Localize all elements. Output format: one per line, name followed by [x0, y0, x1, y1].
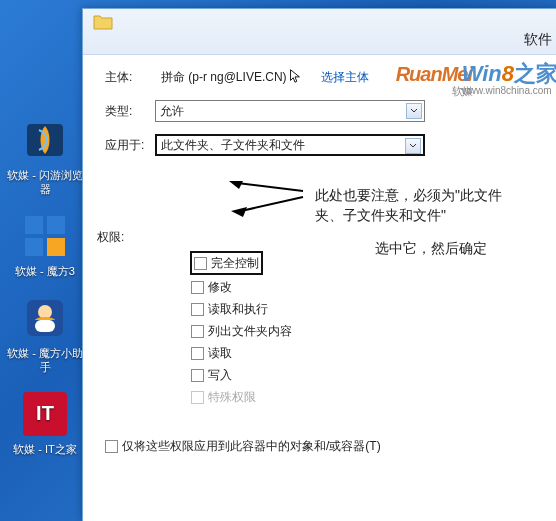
desktop-icon-label: 软媒 - 魔方小助手	[6, 346, 84, 374]
apply-to-select-value: 此文件夹、子文件夹和文件	[161, 137, 305, 154]
desktop-icon-browser[interactable]: 软媒 - 闪游浏览器	[6, 116, 84, 196]
checkbox[interactable]	[191, 369, 204, 382]
desktop-icon-label: 软媒 - 闪游浏览器	[6, 168, 84, 196]
select-principal-link[interactable]: 选择主体	[321, 70, 369, 84]
chevron-down-icon	[406, 103, 422, 119]
apply-label: 应用于:	[105, 137, 155, 154]
svg-rect-4	[47, 238, 65, 256]
permission-row[interactable]: 列出文件夹内容	[191, 320, 544, 342]
chevron-down-icon	[405, 138, 421, 154]
permission-label: 特殊权限	[208, 389, 256, 406]
type-select[interactable]: 允许	[155, 100, 425, 122]
desktop-icon-label: 软媒 - 魔方3	[6, 264, 84, 278]
permission-row[interactable]: 写入	[191, 364, 544, 386]
checkbox-disabled	[191, 391, 204, 404]
folder-icon	[93, 13, 113, 31]
checkbox[interactable]	[194, 257, 207, 270]
desktop-icon-label: 软媒 - IT之家	[6, 442, 84, 456]
svg-marker-11	[229, 181, 243, 189]
apply-only-row[interactable]: 仅将这些权限应用到此容器中的对象和/或容器(T)	[105, 438, 544, 455]
permission-label: 读取	[208, 345, 232, 362]
svg-point-6	[38, 305, 52, 319]
annotation-side-note: 选中它，然后确定	[375, 240, 487, 258]
permission-label: 读取和执行	[208, 301, 268, 318]
cursor-icon	[288, 68, 302, 84]
annotation-arrow-icon	[225, 181, 305, 221]
checkbox[interactable]	[105, 440, 118, 453]
principal-label: 主体:	[105, 69, 155, 86]
permission-row-special: 特殊权限	[191, 386, 544, 408]
annotation-text: 此处也要注意，必须为"此文件 夹、子文件夹和文件"	[315, 185, 525, 225]
svg-marker-13	[231, 207, 247, 217]
row-principal: 主体: 拼命 (p-r ng@LIVE.CN) 选择主体	[105, 65, 544, 89]
apply-to-select[interactable]: 此文件夹、子文件夹和文件	[155, 134, 425, 156]
apply-only-label: 仅将这些权限应用到此容器中的对象和/或容器(T)	[122, 438, 381, 455]
checkbox[interactable]	[191, 281, 204, 294]
desktop-icon-ithome[interactable]: IT 软媒 - IT之家	[6, 390, 84, 456]
permission-row-full-control[interactable]: 完全控制	[191, 252, 262, 274]
desktop-icon-helper[interactable]: 软媒 - 魔方小助手	[6, 294, 84, 374]
svg-line-10	[237, 183, 303, 191]
type-label: 类型:	[105, 103, 155, 120]
permissions-list: 完全控制 修改 读取和执行 列出文件夹内容 读取 写入	[191, 252, 544, 408]
svg-rect-3	[25, 238, 43, 256]
svg-text:IT: IT	[36, 402, 54, 424]
principal-value: 拼命 (p-r ng@LIVE.CN) 选择主体	[161, 68, 369, 86]
desktop-icons: 软媒 - 闪游浏览器 软媒 - 魔方3 软媒 - 魔方小助手 IT 软媒 - I…	[6, 0, 90, 472]
checkbox[interactable]	[191, 325, 204, 338]
row-apply-to: 应用于: 此文件夹、子文件夹和文件	[105, 133, 544, 157]
svg-rect-2	[47, 216, 65, 234]
desktop-icon-mofang[interactable]: 软媒 - 魔方3	[6, 212, 84, 278]
type-select-value: 允许	[160, 103, 184, 120]
permission-label: 列出文件夹内容	[208, 323, 292, 340]
permission-label: 修改	[208, 279, 232, 296]
permissions-dialog-window: 软件 RuanMei 软媒 Win8之家 www.win8china.com 主…	[82, 8, 556, 521]
window-title-fragment: 软件	[524, 31, 552, 49]
permission-row[interactable]: 读取和执行	[191, 298, 544, 320]
checkbox[interactable]	[191, 303, 204, 316]
row-type: 类型: 允许	[105, 99, 544, 123]
permission-row[interactable]: 读取	[191, 342, 544, 364]
permission-row[interactable]: 修改	[191, 276, 544, 298]
permission-label: 写入	[208, 367, 232, 384]
permission-label: 完全控制	[211, 255, 259, 272]
checkbox[interactable]	[191, 347, 204, 360]
window-header: 软件	[83, 9, 556, 55]
svg-rect-1	[25, 216, 43, 234]
svg-rect-7	[35, 320, 55, 332]
svg-line-12	[241, 197, 303, 211]
